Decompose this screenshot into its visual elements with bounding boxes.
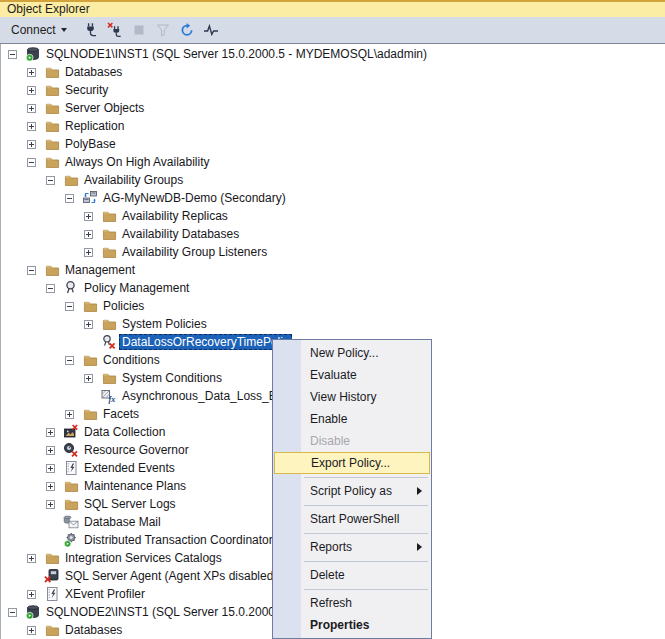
tree-item-policy-management[interactable]: Policy Management bbox=[1, 279, 665, 297]
tree-item-availability-databases[interactable]: Availability Databases bbox=[1, 225, 665, 243]
filter-icon bbox=[155, 22, 171, 38]
tree-item-polybase[interactable]: PolyBase bbox=[1, 135, 665, 153]
expand-icon[interactable] bbox=[27, 68, 36, 77]
menu-item-evaluate[interactable]: Evaluate bbox=[273, 364, 431, 386]
tree-item-label: Asynchronous_Data_Loss_Est bbox=[119, 388, 289, 404]
database-mail-icon bbox=[63, 514, 79, 530]
expand-icon[interactable] bbox=[27, 86, 36, 95]
collapse-icon[interactable] bbox=[46, 284, 55, 293]
expand-icon[interactable] bbox=[27, 554, 36, 563]
collapse-icon[interactable] bbox=[65, 356, 74, 365]
expand-icon[interactable] bbox=[46, 464, 55, 473]
menu-item-label: Export Policy... bbox=[311, 456, 390, 470]
object-explorer-panel: Object Explorer Connect SQLNODE1\INST1 (… bbox=[0, 0, 665, 639]
expand-icon[interactable] bbox=[84, 230, 93, 239]
connect-button[interactable]: Connect bbox=[6, 21, 72, 39]
disconnect-server-button[interactable] bbox=[104, 20, 127, 41]
expand-icon[interactable] bbox=[84, 374, 93, 383]
chevron-down-icon bbox=[61, 28, 67, 32]
connect-server-icon bbox=[83, 22, 99, 38]
tree-item-security[interactable]: Security bbox=[1, 81, 665, 99]
expand-icon[interactable] bbox=[46, 446, 55, 455]
folder-icon bbox=[44, 100, 60, 116]
expand-icon[interactable] bbox=[27, 140, 36, 149]
tree-item-label: XEvent Profiler bbox=[62, 586, 148, 602]
menu-item-enable[interactable]: Enable bbox=[273, 408, 431, 430]
menu-item-properties[interactable]: Properties bbox=[273, 614, 431, 636]
tree-item-system-policies[interactable]: System Policies bbox=[1, 315, 665, 333]
menu-item-label: Delete bbox=[310, 568, 345, 582]
collapse-icon[interactable] bbox=[27, 158, 36, 167]
menu-item-label: Refresh bbox=[310, 596, 352, 610]
policy-disabled-icon bbox=[101, 334, 117, 350]
expand-icon[interactable] bbox=[27, 590, 36, 599]
expand-icon[interactable] bbox=[84, 248, 93, 257]
folder-icon bbox=[101, 226, 117, 242]
expand-icon[interactable] bbox=[27, 626, 36, 635]
collapse-icon[interactable] bbox=[27, 266, 36, 275]
tree-item-label: Facets bbox=[100, 406, 142, 422]
expand-icon[interactable] bbox=[84, 320, 93, 329]
tree-item-replication[interactable]: Replication bbox=[1, 117, 665, 135]
collapse-icon[interactable] bbox=[8, 50, 17, 59]
menu-item-export-policy[interactable]: Export Policy... bbox=[274, 452, 430, 474]
panel-title: Object Explorer bbox=[0, 2, 90, 17]
tree-item-always-on-high-availability[interactable]: Always On High Availability bbox=[1, 153, 665, 171]
tree-item-ag-mynewdb-demo-secondary[interactable]: AG-MyNewDB-Demo (Secondary) bbox=[1, 189, 665, 207]
tree-item-availability-group-listeners[interactable]: Availability Group Listeners bbox=[1, 243, 665, 261]
expand-icon[interactable] bbox=[65, 410, 74, 419]
expand-icon[interactable] bbox=[27, 122, 36, 131]
activity-monitor-button[interactable] bbox=[200, 20, 223, 41]
tree-item-label: Maintenance Plans bbox=[81, 478, 189, 494]
menu-item-reports[interactable]: Reports bbox=[273, 536, 431, 558]
tree-item-label: Extended Events bbox=[81, 460, 178, 476]
menu-item-disable: Disable bbox=[273, 430, 431, 452]
tree-item-label: Management bbox=[62, 262, 138, 278]
folder-icon bbox=[101, 244, 117, 260]
tree-item-label: DataLossOrRecoveryTimePolic bbox=[119, 334, 292, 350]
tree-item-sqlnode1-inst1-sql-server-15-0-2000-5-mydemosql-adadmin[interactable]: SQLNODE1\INST1 (SQL Server 15.0.2000.5 -… bbox=[1, 45, 665, 63]
folder-icon bbox=[44, 118, 60, 134]
collapse-icon[interactable] bbox=[65, 194, 74, 203]
folder-icon bbox=[44, 622, 60, 638]
activity-monitor-icon bbox=[203, 22, 219, 38]
resource-governor-icon bbox=[63, 442, 79, 458]
refresh-button[interactable] bbox=[176, 20, 199, 41]
tree-item-label: Policy Management bbox=[81, 280, 192, 296]
menu-item-new-policy[interactable]: New Policy... bbox=[273, 342, 431, 364]
menu-item-script-policy-as[interactable]: Script Policy as bbox=[273, 480, 431, 502]
menu-item-refresh[interactable]: Refresh bbox=[273, 592, 431, 614]
menu-item-view-history[interactable]: View History bbox=[273, 386, 431, 408]
tree-item-databases[interactable]: Databases bbox=[1, 63, 665, 81]
connect-server-button[interactable] bbox=[80, 20, 103, 41]
stop-button bbox=[128, 20, 151, 41]
expand-icon[interactable] bbox=[84, 212, 93, 221]
connect-label: Connect bbox=[11, 23, 56, 37]
tree-item-label: SQLNODE2\INST1 (SQL Server 15.0.2000.5 - bbox=[43, 604, 295, 620]
data-collection-icon bbox=[63, 424, 79, 440]
expand-icon[interactable] bbox=[46, 428, 55, 437]
tree-item-label: Availability Databases bbox=[119, 226, 242, 242]
expand-icon[interactable] bbox=[27, 104, 36, 113]
collapse-icon[interactable] bbox=[8, 608, 17, 617]
expand-icon[interactable] bbox=[46, 482, 55, 491]
tree-item-policies[interactable]: Policies bbox=[1, 297, 665, 315]
tree-item-availability-groups[interactable]: Availability Groups bbox=[1, 171, 665, 189]
server-database-icon bbox=[25, 46, 41, 62]
tree-item-management[interactable]: Management bbox=[1, 261, 665, 279]
dtc-icon bbox=[63, 532, 79, 548]
collapse-icon[interactable] bbox=[46, 176, 55, 185]
tree-item-availability-replicas[interactable]: Availability Replicas bbox=[1, 207, 665, 225]
menu-item-delete[interactable]: Delete bbox=[273, 564, 431, 586]
menu-item-label: Disable bbox=[310, 434, 350, 448]
menu-item-start-powershell[interactable]: Start PowerShell bbox=[273, 508, 431, 530]
tree-item-label: Policies bbox=[100, 298, 147, 314]
expand-icon[interactable] bbox=[46, 500, 55, 509]
condition-fx-icon: fx bbox=[101, 388, 117, 404]
tree-item-server-objects[interactable]: Server Objects bbox=[1, 99, 665, 117]
toolbar: Connect bbox=[0, 17, 665, 44]
availability-group-icon bbox=[82, 190, 98, 206]
collapse-icon[interactable] bbox=[65, 302, 74, 311]
tree-item-label: Database Mail bbox=[81, 514, 164, 530]
folder-icon bbox=[82, 298, 98, 314]
